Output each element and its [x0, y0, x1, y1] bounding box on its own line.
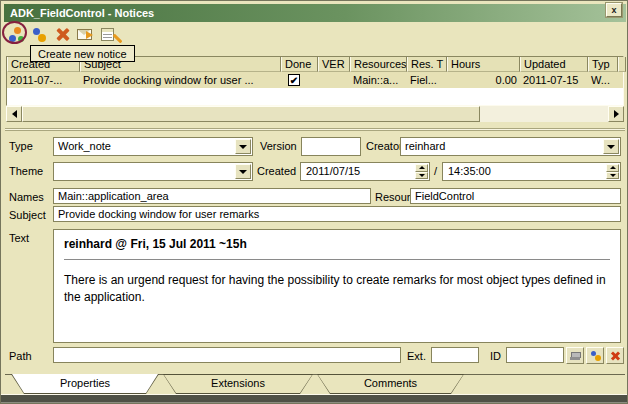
edit-notice-button[interactable] [100, 26, 118, 43]
tab-extensions[interactable]: Extensions [163, 374, 313, 394]
done-checkbox[interactable]: ✔ [288, 74, 300, 86]
subject-label: Subject [9, 209, 46, 221]
type-combobox[interactable]: Work_note [53, 137, 253, 156]
chevron-down-icon[interactable] [235, 164, 251, 179]
spin-down-icon[interactable] [415, 172, 428, 180]
close-button[interactable]: x [606, 3, 622, 17]
version-field[interactable] [301, 137, 361, 156]
names-field[interactable] [53, 188, 371, 204]
tab-properties[interactable]: Properties [11, 374, 159, 394]
text-entry-header: reinhard @ Fri, 15 Jul 2011 ~15h [64, 237, 610, 251]
send-notice-icon [77, 29, 92, 40]
spin-up-icon[interactable] [606, 164, 619, 172]
creator-value: reinhard [405, 140, 602, 152]
type-label: Type [9, 140, 33, 152]
delete-notice-button[interactable] [53, 26, 71, 43]
notices-table: Created Subject Done VER Resources Res. … [6, 56, 624, 106]
created-date-value: 2011/07/15 [306, 165, 360, 177]
text-editor[interactable]: reinhard @ Fri, 15 Jul 2011 ~15h There i… [53, 229, 621, 343]
created-time-value: 14:35:00 [448, 165, 491, 177]
type-value: Work_note [58, 140, 234, 152]
tab-properties-label: Properties [11, 377, 159, 389]
arrow-right-icon [614, 110, 619, 118]
column-done[interactable]: Done [281, 57, 318, 72]
tab-comments-label: Comments [317, 377, 464, 389]
column-hours[interactable]: Hours [447, 57, 520, 72]
tooltip-text: Create new notice [38, 48, 127, 60]
scrollbar-thumb[interactable] [22, 106, 480, 122]
resource-field[interactable] [410, 188, 621, 204]
ext-label: Ext. [407, 350, 426, 362]
stamp-icon [567, 348, 583, 363]
names-label: Names [9, 191, 44, 203]
notices-window: ADK_FieldControl - Notices x Create new … [0, 0, 628, 404]
creator-combobox[interactable]: reinhard [400, 137, 621, 156]
theme-combobox[interactable] [53, 162, 253, 181]
date-spinner[interactable] [415, 164, 428, 179]
table-row[interactable]: 2011-07-... Provide docking window for u… [7, 72, 623, 88]
text-entry-body: There is an urgend request for having th… [64, 272, 610, 307]
ext-field[interactable] [431, 347, 479, 363]
tooltip: Create new notice [30, 45, 135, 62]
version-label: Version [260, 140, 297, 152]
spin-down-icon[interactable] [606, 172, 619, 180]
column-res-type[interactable]: Res. T [407, 57, 447, 72]
subject-field[interactable] [53, 206, 621, 222]
cell-resources: Main::a... [350, 73, 407, 87]
cell-subject: Provide docking window for user ... [80, 73, 281, 87]
theme-label: Theme [9, 165, 43, 177]
created-date-field[interactable]: 2011/07/15 [300, 162, 430, 181]
window-bottom-border [1, 395, 628, 402]
cell-updated: 2011-07-15 [520, 73, 588, 87]
column-ver[interactable]: VER [318, 57, 350, 72]
creator-label: Creator [366, 140, 403, 152]
clone-notice-button[interactable] [31, 26, 49, 43]
created-time-field[interactable]: 14:35:00 [442, 162, 621, 181]
cell-res-type: Fiel... [407, 73, 447, 87]
section-divider [5, 128, 625, 131]
title-bar[interactable]: ADK_FieldControl - Notices [4, 4, 626, 22]
text-entry-divider [64, 259, 610, 260]
datetime-separator: / [434, 165, 437, 177]
column-updated[interactable]: Updated [520, 57, 588, 72]
id-label: ID [490, 350, 501, 362]
remove-button[interactable] [606, 347, 624, 364]
window-title: ADK_FieldControl - Notices [10, 7, 154, 19]
link-notice-button[interactable] [586, 347, 604, 364]
cell-hours: 0.00 [447, 73, 520, 87]
column-type[interactable]: Typ [588, 57, 618, 72]
chevron-down-icon[interactable] [235, 139, 251, 154]
time-spinner[interactable] [606, 164, 619, 179]
created-label: Created [257, 165, 296, 177]
text-label: Text [9, 232, 29, 244]
cell-type: W... [588, 73, 623, 87]
stamp-button[interactable] [566, 347, 584, 364]
id-field[interactable] [506, 347, 564, 363]
tab-extensions-label: Extensions [163, 377, 313, 389]
table-hscrollbar[interactable] [6, 106, 624, 122]
tab-comments[interactable]: Comments [317, 374, 464, 394]
send-notice-button[interactable] [77, 26, 95, 43]
column-resources[interactable]: Resources [350, 57, 407, 72]
arrow-left-icon [12, 110, 17, 118]
path-field[interactable] [53, 347, 401, 363]
chevron-down-icon[interactable] [603, 139, 619, 154]
path-label: Path [9, 350, 32, 362]
annotation-circle [2, 21, 27, 44]
cell-ver [318, 73, 350, 87]
column-extra [618, 57, 626, 72]
spin-up-icon[interactable] [415, 164, 428, 172]
scroll-left-button[interactable] [6, 106, 22, 122]
window-bottom-edge [1, 402, 628, 403]
cell-created: 2011-07-... [7, 73, 80, 87]
scroll-right-button[interactable] [608, 106, 624, 122]
